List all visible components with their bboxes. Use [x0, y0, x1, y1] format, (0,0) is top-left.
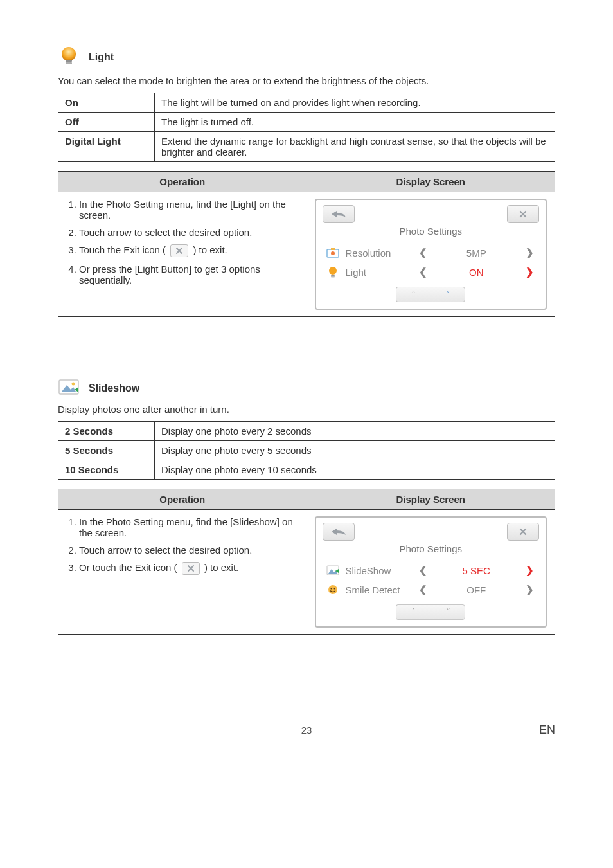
- svg-point-6: [329, 267, 337, 275]
- slideshow-label: SlideShow: [346, 565, 416, 576]
- nav-down-button[interactable]: ˅: [431, 287, 465, 302]
- prev-arrow[interactable]: ❮: [416, 584, 431, 595]
- page-footer: 23 EN: [58, 725, 555, 736]
- display-screen-header: Display Screen: [306, 172, 555, 192]
- smile-detect-label: Smile Detect: [346, 584, 416, 595]
- panel-title: Photo Settings: [316, 542, 546, 561]
- light-step-2: Touch arrow to select the desired option…: [79, 227, 299, 238]
- opt-off-val: The light is turned off.: [155, 113, 555, 132]
- opt-2s-val: Display one photo every 2 seconds: [155, 422, 555, 441]
- language-label: EN: [539, 723, 555, 737]
- slideshow-steps-cell: In the Photo Setting menu, find the [Sli…: [58, 510, 307, 635]
- light-step-4: Or press the [Light Button] to get 3 opt…: [79, 264, 299, 285]
- slideshow-operation-table: Operation Display Screen In the Photo Se…: [58, 489, 555, 635]
- slideshow-title: Slideshow: [89, 383, 139, 394]
- light-steps-cell: In the Photo Setting menu, find the [Lig…: [58, 192, 307, 317]
- operation-header: Operation: [58, 489, 307, 510]
- opt-digital-val: Extend the dynamic range for backlight a…: [155, 132, 555, 162]
- table-row: 2 Seconds Display one photo every 2 seco…: [58, 422, 555, 441]
- slideshow-step-1: In the Photo Setting menu, find the [Sli…: [79, 516, 299, 538]
- light-title: Light: [89, 51, 114, 63]
- next-arrow[interactable]: ❯: [522, 247, 537, 258]
- svg-point-0: [62, 47, 76, 61]
- panel-title: Photo Settings: [316, 224, 546, 243]
- table-row: 10 Seconds Display one photo every 10 se…: [58, 460, 555, 480]
- photo-settings-panel: Photo Settings Resolution ❮ 5MP ❯ Light …: [315, 199, 547, 310]
- resolution-value: 5MP: [431, 248, 523, 258]
- svg-rect-4: [331, 248, 335, 250]
- page-number: 23: [58, 725, 555, 736]
- resolution-row: Resolution ❮ 5MP ❯: [316, 243, 546, 262]
- smile-icon: [325, 584, 341, 595]
- svg-rect-9: [59, 380, 78, 394]
- close-button[interactable]: [507, 523, 539, 541]
- slideshow-step-2: Touch arrow to select the desired option…: [79, 545, 299, 556]
- nav-up-button[interactable]: ˄: [396, 287, 431, 302]
- light-options-table: On The light will be turned on and provi…: [58, 93, 555, 162]
- light-step-1: In the Photo Setting menu, find the [Lig…: [79, 199, 299, 221]
- slideshow-value: 5 SEC: [431, 565, 523, 576]
- light-screen-cell: Photo Settings Resolution ❮ 5MP ❯ Light …: [306, 192, 555, 317]
- table-row: 5 Seconds Display one photo every 5 seco…: [58, 441, 555, 460]
- svg-point-11: [72, 383, 75, 386]
- svg-point-16: [328, 585, 337, 594]
- operation-header: Operation: [58, 172, 307, 192]
- slideshow-row: SlideShow ❮ 5 SEC ❯: [316, 561, 546, 580]
- light-label: Light: [346, 267, 416, 278]
- slideshow-screen-cell: Photo Settings SlideShow ❮ 5 SEC ❯ Smile…: [306, 510, 555, 635]
- opt-off-key: Off: [58, 113, 155, 132]
- slideshow-icon: [58, 379, 80, 397]
- smile-detect-value: OFF: [431, 584, 523, 595]
- photo-settings-panel: Photo Settings SlideShow ❮ 5 SEC ❯ Smile…: [315, 516, 547, 628]
- light-operation-table: Operation Display Screen In the Photo Se…: [58, 171, 555, 317]
- back-button[interactable]: [323, 205, 355, 223]
- nav-down-button[interactable]: ˅: [431, 604, 465, 620]
- slideshow-section-header: Slideshow: [58, 379, 555, 397]
- table-row: On The light will be turned on and provi…: [58, 93, 555, 113]
- slideshow-step-3: Or touch the Exit icon ( ) to exit.: [79, 562, 299, 575]
- slideshow-small-icon: [325, 565, 341, 575]
- light-section-header: Light: [58, 45, 555, 69]
- svg-rect-7: [331, 275, 335, 276]
- svg-point-5: [331, 251, 335, 255]
- prev-arrow[interactable]: ❮: [416, 266, 431, 278]
- resolution-icon: [325, 248, 341, 258]
- slideshow-intro: Display photos one after another in turn…: [58, 404, 555, 415]
- opt-10s-val: Display one photo every 10 seconds: [155, 460, 555, 480]
- next-arrow[interactable]: ❯: [522, 266, 537, 278]
- opt-10s-key: 10 Seconds: [58, 460, 155, 480]
- resolution-label: Resolution: [346, 248, 416, 258]
- back-button[interactable]: [323, 523, 355, 541]
- prev-arrow[interactable]: ❮: [416, 247, 431, 258]
- nav-up-button[interactable]: ˄: [396, 604, 431, 620]
- lightbulb-small-icon: [325, 266, 341, 278]
- svg-rect-8: [331, 276, 335, 278]
- svg-rect-1: [66, 60, 72, 62]
- svg-rect-2: [66, 62, 72, 64]
- prev-arrow[interactable]: ❮: [416, 565, 431, 576]
- exit-icon: [170, 244, 188, 257]
- lightbulb-icon: [58, 45, 80, 69]
- next-arrow[interactable]: ❯: [522, 565, 537, 576]
- opt-5s-val: Display one photo every 5 seconds: [155, 441, 555, 460]
- light-row: Light ❮ ON ❯: [316, 262, 546, 282]
- smile-detect-row: Smile Detect ❮ OFF ❯: [316, 580, 546, 599]
- light-intro: You can select the mode to brighten the …: [58, 75, 555, 86]
- opt-2s-key: 2 Seconds: [58, 422, 155, 441]
- opt-on-val: The light will be turned on and provides…: [155, 93, 555, 113]
- opt-5s-key: 5 Seconds: [58, 441, 155, 460]
- opt-digital-key: Digital Light: [58, 132, 155, 162]
- light-step-3: Touch the Exit icon ( ) to exit.: [79, 244, 299, 257]
- svg-point-17: [330, 588, 332, 590]
- next-arrow[interactable]: ❯: [522, 584, 537, 595]
- display-screen-header: Display Screen: [306, 489, 555, 510]
- light-value: ON: [431, 267, 523, 278]
- slideshow-options-table: 2 Seconds Display one photo every 2 seco…: [58, 421, 555, 480]
- table-row: Digital Light Extend the dynamic range f…: [58, 132, 555, 162]
- svg-point-18: [333, 588, 335, 590]
- opt-on-key: On: [58, 93, 155, 113]
- table-row: Off The light is turned off.: [58, 113, 555, 132]
- exit-icon: [182, 562, 200, 575]
- close-button[interactable]: [507, 205, 539, 223]
